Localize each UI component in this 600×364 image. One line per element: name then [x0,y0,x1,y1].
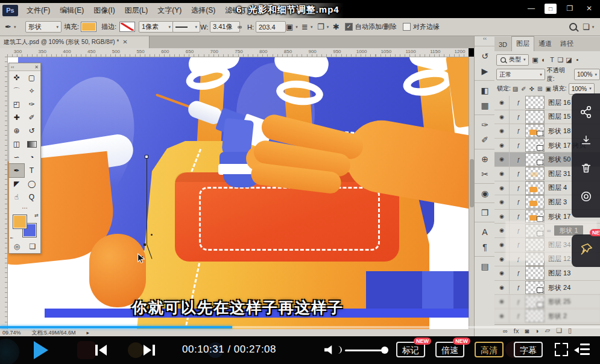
layer-name[interactable]: 形状 24 [548,283,570,292]
filter-type-select[interactable]: 类型 ▾ [496,54,529,66]
ps-canvas[interactable] [7,57,469,329]
layer-thumbnail[interactable] [525,181,545,195]
dock-panel-brush-settings[interactable]: ✐ [475,132,495,147]
stroke-width-field[interactable]: 1像素▾ [139,21,174,33]
button-高清[interactable]: 高清 [475,342,504,357]
record-icon[interactable] [579,190,593,206]
tool-ellipse-shape[interactable]: ◯ [24,177,39,190]
menu-item-Y[interactable]: 文字(Y) [153,5,186,16]
filter-type-icon[interactable]: T [548,56,557,64]
next-episode-button[interactable] [144,345,155,356]
foreground-color-swatch[interactable] [13,215,27,229]
menu-item-L[interactable]: 图层(L) [120,5,153,16]
layer-row[interactable]: ◉ƒ图层 13 [494,266,600,281]
download-icon[interactable] [579,134,593,149]
tab-通道[interactable]: 通道 [534,37,556,51]
tool-type[interactable]: T [24,164,39,177]
lock-move-icon[interactable]: ✜ [529,86,534,92]
layer-name[interactable]: 形状 18 [548,127,570,136]
layer-visibility-icon[interactable]: ◉ [494,167,510,181]
pen-anchor-point[interactable] [145,155,148,158]
pin-icon[interactable] [578,242,594,260]
dock-panel-layer-comps[interactable]: ▤ [475,256,495,274]
tool-zoom[interactable]: Q [24,190,39,204]
tool-gradient[interactable] [24,137,39,151]
play-button[interactable] [34,341,48,359]
pen-tool-preset-icon[interactable]: ✒▾ [5,21,16,33]
filter-pixel-icon[interactable]: ▣ [531,56,540,64]
more-tools-icon[interactable]: … [9,204,40,212]
layer-visibility-icon[interactable]: ◉ [494,195,510,209]
path-alignment-icon[interactable]: ≣▾ [302,21,312,33]
path-operations-icon[interactable]: ▣▾ [286,21,298,33]
default-colors-icon[interactable]: ▪▫ [10,236,13,240]
pen-anchor-point[interactable] [144,243,146,246]
dock-panel-clone-source[interactable]: ⊕ [475,149,495,166]
workspace-icon[interactable]: ❏▾ [583,21,594,33]
layer-name[interactable]: 图层 4 [548,183,567,192]
layer-thumbnail[interactable] [525,167,545,180]
layer-name[interactable]: 形状 2 [548,312,567,321]
tool-pen[interactable]: ✒ [9,164,24,177]
playlist-button[interactable] [574,344,590,356]
button-标记[interactable]: 标记NEW [396,342,425,357]
tool-move[interactable]: ✜ [9,71,24,84]
toolbox-header[interactable]: ‹‹✕ [9,63,40,71]
filter-smart-object-icon[interactable]: ◪ [565,56,573,64]
fill-field[interactable]: 100%▾ [569,83,595,95]
tool-healing-brush[interactable]: ✚ [9,111,24,124]
tool-path-select[interactable]: ◤ [9,177,24,190]
align-edges-checkbox[interactable]: 对齐边缘 [403,21,440,33]
filter-shape-icon[interactable]: ❏ [557,56,565,64]
menu-item-I[interactable]: 图像(I) [89,5,119,16]
layer-name[interactable]: 形状 50 [548,155,570,164]
tool-eraser[interactable]: ◫ [9,137,24,151]
layer-row[interactable]: ◉ƒ形状 25 [494,295,600,309]
button-字幕[interactable]: 字幕 [514,342,543,357]
height-field[interactable]: 203.4 [256,21,286,33]
dock-panel-cc-libraries[interactable]: ◉ [475,183,495,201]
button-倍速[interactable]: 倍速NEW [435,342,464,357]
screen-mode-icon[interactable]: ❏ [30,242,36,251]
layer-name[interactable]: 形状 17 [548,212,570,221]
lock-artboard-icon[interactable]: ⊞ [537,86,542,92]
tool-crop[interactable]: ◰ [9,98,24,111]
tool-clone-stamp[interactable]: ⊕ [9,124,24,137]
minimize-button[interactable]: — [525,4,537,14]
layer-visibility-icon[interactable]: ◉ [494,139,510,152]
search-icon[interactable] [569,21,577,33]
fill-swatch[interactable] [81,21,96,33]
collapse-dock-icon[interactable]: ‹‹ [475,36,495,44]
layer-visibility-icon[interactable]: ◉ [494,295,510,309]
layer-visibility-icon[interactable]: ◉ [494,96,510,110]
filter-adjustment-icon[interactable]: ◐ [540,56,548,64]
maximize-button[interactable]: □ [545,4,557,14]
tab-路径[interactable]: 路径 [556,37,578,51]
layer-visibility-icon[interactable]: ◉ [494,281,510,295]
layer-visibility-icon[interactable]: ◉ [494,266,510,280]
layer-thumbnail[interactable] [525,195,545,209]
tab-图层[interactable]: 图层 [511,36,534,51]
tool-dodge[interactable]: ◔ [24,151,39,164]
layer-name[interactable]: 图层 3 [548,198,567,207]
filter-toggle-icon[interactable]: • [573,56,582,64]
layer-row[interactable]: ◉ƒ形状 2 [494,309,600,324]
scrollbar-thumb[interactable] [470,159,474,207]
menu-item-F[interactable]: 文件(F) [22,5,55,16]
close-tab-icon[interactable]: ✕ [122,39,127,45]
layer-thumbnail[interactable] [525,309,545,322]
close-button[interactable]: ✕ [583,4,595,14]
delete-icon[interactable] [579,162,593,177]
tool-eyedropper[interactable]: ✑ [24,98,39,111]
layer-name[interactable]: 图层 15 [548,112,570,121]
layer-thumbnail[interactable] [525,124,545,137]
status-marker-icon[interactable]: ▸ [87,330,90,336]
tool-smudge[interactable]: ∽ [9,151,24,164]
opacity-field[interactable]: 100%▾ [574,69,600,80]
dock-panel-tool-presets[interactable]: ✂ [475,166,495,181]
width-field[interactable]: 3.41像 [210,21,240,33]
previous-episode-button[interactable] [95,345,107,356]
layer-thumbnail[interactable] [525,295,545,309]
dock-panel-actions[interactable]: ▶ [475,63,495,78]
layer-thumbnail[interactable] [525,110,545,124]
